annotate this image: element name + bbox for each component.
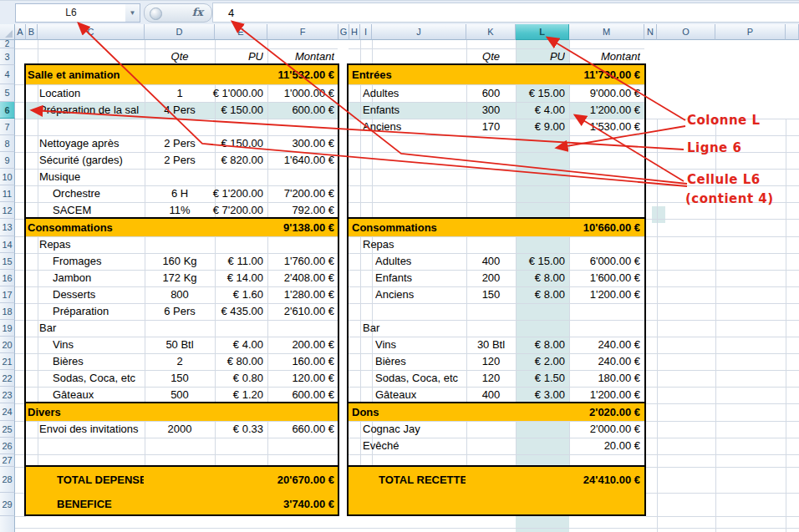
cell-left-r14-label[interactable]: Repas bbox=[39, 236, 144, 253]
row-header-10[interactable]: 10 bbox=[0, 169, 15, 185]
cell-left-r25-label[interactable]: Envoi des invitations bbox=[39, 421, 144, 438]
row-header-28[interactable]: 28 bbox=[0, 467, 15, 493]
cell-right-r23-montant[interactable]: 1'200.00 € bbox=[548, 387, 640, 403]
cell-right-r26-label[interactable]: Evêché bbox=[363, 438, 466, 454]
cell-right-r5-label[interactable]: Adultes bbox=[363, 84, 466, 102]
cell-left-r28-montant[interactable]: 20'670.00 € bbox=[242, 467, 334, 493]
cell-left-r20-montant[interactable]: 200.00 € bbox=[242, 337, 334, 353]
cell-right-r21-montant[interactable]: 240.00 € bbox=[548, 353, 640, 370]
row-header-7[interactable]: 7 bbox=[0, 119, 15, 135]
row-header-19[interactable]: 19 bbox=[0, 320, 15, 337]
row-header-4[interactable]: 4 bbox=[0, 65, 15, 84]
column-header-L[interactable]: L bbox=[516, 24, 569, 40]
column-header-D[interactable]: D bbox=[145, 24, 215, 40]
cell-left-r8-label[interactable]: Nettoyage après bbox=[39, 135, 144, 152]
formula-input[interactable]: 4 bbox=[212, 3, 799, 23]
cell-left-r9-label[interactable]: Sécurité (gardes) bbox=[39, 152, 144, 169]
cell-right-r22-label[interactable]: Sodas, Coca, etc bbox=[375, 370, 466, 387]
row-header-8[interactable]: 8 bbox=[0, 135, 15, 152]
cell-left-r11-label[interactable]: Orchestre bbox=[53, 185, 144, 202]
row-header-20[interactable]: 20 bbox=[0, 337, 15, 353]
cell-left-r22-montant[interactable]: 120.00 € bbox=[242, 370, 334, 387]
row-header-16[interactable]: 16 bbox=[0, 270, 15, 286]
row-header-24[interactable]: 24 bbox=[0, 403, 15, 421]
row-header-22[interactable]: 22 bbox=[0, 370, 15, 387]
cell-right-r17-label[interactable]: Anciens bbox=[375, 286, 466, 303]
cell-left-r22-label[interactable]: Sodas, Coca, etc bbox=[53, 370, 144, 387]
cell-right-r13-montant[interactable]: 10'660.00 € bbox=[548, 219, 640, 236]
row-header-13[interactable]: 13 bbox=[0, 219, 15, 236]
cell-right-r17-montant[interactable]: 1'200.00 € bbox=[548, 286, 640, 303]
cell-left-r25-montant[interactable]: 660.00 € bbox=[242, 421, 334, 438]
cell-right-r15-montant[interactable]: 6'000.00 € bbox=[548, 253, 640, 270]
cell-left-r13-montant[interactable]: 9'138.00 € bbox=[242, 219, 334, 236]
cell-left-r16-label[interactable]: Jambon bbox=[53, 270, 144, 286]
cell-left-r20-label[interactable]: Vins bbox=[53, 337, 144, 353]
cell-right-r13-label[interactable]: Consommations bbox=[352, 219, 466, 236]
row-header-11[interactable]: 11 bbox=[0, 185, 15, 202]
insert-function-circle-icon[interactable] bbox=[150, 8, 162, 20]
cell-left-r4-montant[interactable]: 11'532.00 € bbox=[242, 65, 334, 84]
cell-left-r15-label[interactable]: Fromages bbox=[53, 253, 144, 270]
cell-right-r7-label[interactable]: Anciens bbox=[363, 119, 466, 135]
cell-left-r6-label[interactable]: Préparation de la sal bbox=[39, 102, 144, 119]
row-header-23[interactable]: 23 bbox=[0, 387, 15, 403]
cell-right-r21-label[interactable]: Bières bbox=[375, 353, 466, 370]
cell-left-r15-montant[interactable]: 1'760.00 € bbox=[242, 253, 334, 270]
cell-left-r23-label[interactable]: Gâteaux bbox=[53, 387, 144, 403]
cell-right-r28-label[interactable]: TOTAL RECETTES bbox=[379, 467, 466, 493]
cell-left-r17-montant[interactable]: 1'280.00 € bbox=[242, 286, 334, 303]
cell-right-r7-montant[interactable]: 1'530.00 € bbox=[548, 119, 640, 135]
cell-left-r18-montant[interactable]: 2'610.00 € bbox=[242, 303, 334, 320]
column-header-G[interactable]: G bbox=[338, 24, 349, 40]
name-box-dropdown-icon[interactable]: ▼ bbox=[125, 3, 140, 23]
row-header-26[interactable]: 26 bbox=[0, 438, 15, 454]
cell-left-r16-montant[interactable]: 2'408.00 € bbox=[242, 270, 334, 286]
cell-left-r28-label[interactable]: TOTAL DEPENSES bbox=[57, 467, 144, 493]
cell-right-r23-label[interactable]: Gâteaux bbox=[375, 387, 466, 403]
column-header-B[interactable]: B bbox=[26, 24, 38, 40]
cell-right-r4-label[interactable]: Entrées bbox=[352, 65, 466, 84]
column-header-E[interactable]: E bbox=[215, 24, 267, 40]
cell-left-r12-montant[interactable]: 792.00 € bbox=[242, 202, 334, 219]
cell-right-r4-montant[interactable]: 11'730.00 € bbox=[548, 65, 640, 84]
row-header-3[interactable]: 3 bbox=[0, 48, 15, 65]
row-header-29[interactable]: 29 bbox=[0, 493, 15, 516]
cell-right-r15-label[interactable]: Adultes bbox=[375, 253, 466, 270]
cell-left-r23-montant[interactable]: 600.00 € bbox=[242, 387, 334, 403]
column-header-A[interactable]: A bbox=[15, 24, 26, 40]
select-all-corner[interactable] bbox=[0, 24, 15, 40]
row-header-14[interactable]: 14 bbox=[0, 236, 15, 253]
column-header-P[interactable]: P bbox=[715, 24, 786, 40]
cell-right-r6-label[interactable]: Enfants bbox=[363, 102, 466, 119]
cell-right-r19-label[interactable]: Bar bbox=[363, 320, 466, 337]
column-header-O[interactable]: O bbox=[657, 24, 715, 40]
row-header-17[interactable]: 17 bbox=[0, 286, 15, 303]
row-header-27[interactable]: 27 bbox=[0, 454, 15, 467]
cell-right-r25-label[interactable]: Cognac Jay bbox=[363, 421, 466, 438]
column-header-N[interactable]: N bbox=[644, 24, 657, 40]
cell-left-r17-label[interactable]: Desserts bbox=[53, 286, 144, 303]
cell-right-r14-label[interactable]: Repas bbox=[363, 236, 466, 253]
fx-icon[interactable]: fx bbox=[192, 4, 203, 20]
row-header-15[interactable]: 15 bbox=[0, 253, 15, 270]
cell-right-r24-montant[interactable]: 2'020.00 € bbox=[548, 403, 640, 421]
row-header-9[interactable]: 9 bbox=[0, 152, 15, 169]
cell-left-r12-label[interactable]: SACEM bbox=[53, 202, 144, 219]
name-box[interactable]: L6 bbox=[15, 3, 127, 23]
cell-left-r13-label[interactable]: Consommations bbox=[28, 219, 144, 236]
cell-left-r6-montant[interactable]: 600.00 € bbox=[242, 102, 334, 119]
column-header-K[interactable]: K bbox=[466, 24, 516, 40]
cell-left-r4-label[interactable]: Salle et animation bbox=[28, 65, 144, 84]
cell-left-r5-montant[interactable]: 1'000.00 € bbox=[242, 84, 334, 102]
cell-left-r24-label[interactable]: Divers bbox=[28, 403, 144, 421]
row-header-21[interactable]: 21 bbox=[0, 353, 15, 370]
cell-right-r20-montant[interactable]: 240.00 € bbox=[548, 337, 640, 353]
cell-right-r16-montant[interactable]: 1'600.00 € bbox=[548, 270, 640, 286]
row-header-6[interactable]: 6 bbox=[0, 102, 15, 119]
cell-left-r29-label[interactable]: BENEFICE bbox=[57, 493, 144, 516]
cell-right-r24-label[interactable]: Dons bbox=[352, 403, 466, 421]
column-header-H[interactable]: H bbox=[349, 24, 360, 40]
cell-left-r5-label[interactable]: Location bbox=[39, 84, 144, 102]
column-header-C[interactable]: C bbox=[38, 24, 145, 40]
